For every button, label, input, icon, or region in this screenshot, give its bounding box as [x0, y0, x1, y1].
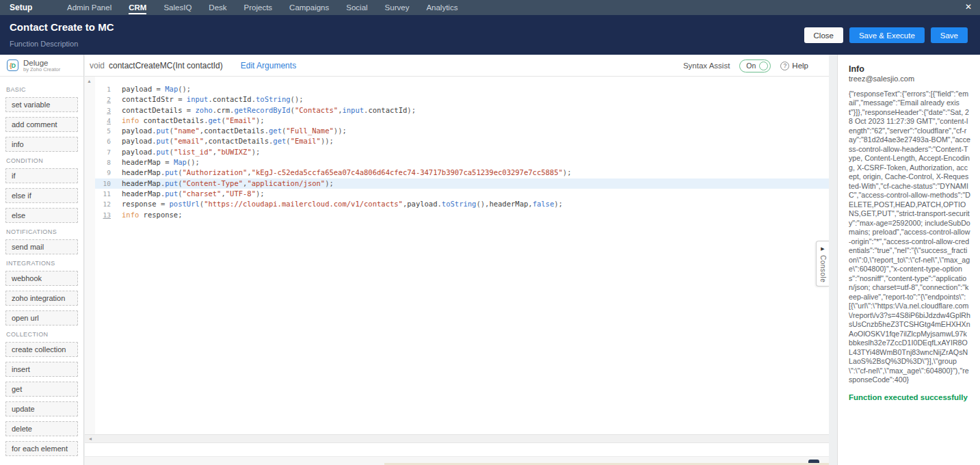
sidebar-item-set-variable[interactable]: set variable — [5, 97, 78, 112]
sidebar-item-create-collection[interactable]: create collection — [5, 342, 78, 357]
code-text-7[interactable]: payload.put("list_id","bUWIXZ"); — [118, 147, 260, 157]
section-label-integrations: INTEGRATIONS — [6, 260, 78, 267]
code-line-3: 3contactDetails = zoho.crm.getRecordById… — [95, 105, 829, 116]
sidebar-item-add-comment[interactable]: add comment — [5, 117, 78, 132]
deluge-subtitle: by Zoho Creator — [23, 67, 60, 72]
code-text-13[interactable]: info response; — [118, 210, 183, 220]
code-text-2[interactable]: contactIdStr = input.contactId.toString(… — [118, 94, 304, 105]
line-number-1[interactable]: 1 — [95, 84, 118, 94]
nav-item-crm[interactable]: CRM — [129, 1, 146, 14]
code-area[interactable]: 1payload = Map();2contactIdStr = input.c… — [95, 77, 829, 434]
info-email: treez@salesjio.com — [849, 75, 970, 83]
token: put — [157, 137, 170, 145]
nav-item-desk[interactable]: Desk — [209, 1, 226, 14]
sidebar-item-webhook[interactable]: webhook — [5, 271, 78, 286]
nav-item-salesiq[interactable]: SalesIQ — [163, 1, 191, 14]
token: put — [165, 168, 178, 176]
scroll-left-icon[interactable]: ◂ — [89, 436, 92, 442]
deluge-logo-text: Deluge by Zoho Creator — [23, 59, 60, 72]
code-text-9[interactable]: headerMap.put("Authorization","kEgJ-c52e… — [118, 168, 572, 178]
token: headerMap — [122, 158, 161, 166]
code-text-5[interactable]: payload.put("name",contactDetails.get("F… — [118, 126, 347, 136]
code-text-4[interactable]: info contactDetails.get("Email"); — [118, 116, 265, 126]
token: ); — [256, 189, 265, 198]
token: getRecordById — [234, 106, 290, 114]
sidebar-item-else-if[interactable]: else if — [5, 188, 78, 203]
edit-arguments-link[interactable]: Edit Arguments — [241, 61, 296, 70]
sidebar-item-for-each-element[interactable]: for each element — [5, 441, 78, 456]
token: (), — [476, 200, 489, 208]
editor-left-scrollbar[interactable]: ▲ — [85, 77, 95, 434]
save-execute-button[interactable]: Save & Execute — [849, 27, 925, 43]
token: contactId — [368, 106, 407, 114]
line-number-10[interactable]: 10 — [95, 178, 118, 189]
close-icon[interactable]: ✕ — [965, 2, 972, 12]
line-number-12[interactable]: 12 — [95, 199, 118, 209]
line-number-2[interactable]: 2 — [95, 94, 118, 105]
sidebar-item-update[interactable]: update — [5, 401, 78, 416]
function-description-link[interactable]: Function Description — [10, 40, 78, 48]
help-button[interactable]: ? Help — [780, 62, 808, 70]
sidebar-item-send-mail[interactable]: send mail — [5, 239, 78, 254]
line-number-13[interactable]: 13 — [95, 210, 118, 220]
code-text-8[interactable]: headerMap = Map(); — [118, 157, 200, 168]
section-label-notifications: NOTIFICATIONS — [6, 228, 78, 235]
nav-item-campaigns[interactable]: Campaigns — [289, 1, 329, 14]
nav-item-survey[interactable]: Survey — [385, 1, 410, 14]
help-label: Help — [792, 62, 808, 70]
save-button[interactable]: Save — [931, 27, 968, 43]
code-text-11[interactable]: headerMap.put("charset","UTF-8"); — [118, 189, 265, 199]
nav-item-projects[interactable]: Projects — [244, 1, 273, 14]
token: "email" — [174, 137, 204, 145]
sidebar-item-zoho-integration[interactable]: zoho integration — [5, 291, 78, 306]
token: headerMap — [122, 179, 161, 187]
line-number-5[interactable]: 5 — [95, 126, 118, 136]
token: )); — [334, 127, 347, 135]
scroll-up-icon[interactable]: ▲ — [87, 79, 92, 83]
nav-item-social[interactable]: Social — [346, 1, 367, 14]
console-tab[interactable]: ▶ Console — [816, 241, 829, 287]
token: put — [157, 127, 170, 135]
line-number-11[interactable]: 11 — [95, 189, 118, 199]
syntax-assist-label: Syntax Assist — [683, 62, 730, 70]
token: contactDetails — [122, 106, 183, 114]
sidebar-item-delete[interactable]: delete — [5, 421, 78, 436]
code-line-12: 12response = postUrl("https://cloudapi.m… — [95, 199, 829, 209]
close-button[interactable]: Close — [804, 27, 843, 43]
code-text-3[interactable]: contactDetails = zoho.crm.getRecordById(… — [118, 105, 416, 116]
sidebar-item-get[interactable]: get — [5, 382, 78, 397]
top-nav-items: Admin PanelCRMSalesIQDeskProjectsCampaig… — [67, 1, 458, 14]
line-number-9[interactable]: 9 — [95, 168, 118, 178]
sidebar-item-open-url[interactable]: open url — [5, 310, 78, 326]
deluge-logo: {D Deluge by Zoho Creator — [0, 55, 83, 77]
token: input — [342, 106, 364, 114]
token: = — [157, 200, 170, 208]
token: "Authorization" — [183, 168, 248, 176]
line-number-8[interactable]: 8 — [95, 157, 118, 168]
token: "https://cloudapi.mailercloud.com/v1/con… — [204, 200, 403, 208]
nav-item-analytics[interactable]: Analytics — [426, 1, 458, 14]
top-nav: Setup Admin PanelCRMSalesIQDeskProjectsC… — [0, 0, 980, 15]
line-number-7[interactable]: 7 — [95, 147, 118, 157]
sidebar-item-info[interactable]: info — [5, 137, 78, 152]
code-text-6[interactable]: payload.put("email",contactDetails.get("… — [118, 136, 334, 146]
sidebar-item-if[interactable]: if — [5, 168, 78, 183]
line-number-4[interactable]: 4 — [95, 116, 118, 126]
help-icon: ? — [780, 62, 789, 70]
line-number-3[interactable]: 3 — [95, 105, 118, 116]
code-text-10[interactable]: headerMap.put("Content-Type","applicatio… — [118, 178, 334, 189]
sidebar-item-insert[interactable]: insert — [5, 362, 78, 377]
code-line-1: 1payload = Map(); — [95, 84, 829, 94]
horizontal-scrollbar[interactable]: ◂ — [85, 434, 829, 443]
line-number-6[interactable]: 6 — [95, 136, 118, 146]
code-text-12[interactable]: response = postUrl("https://cloudapi.mai… — [118, 199, 563, 209]
token: get — [208, 116, 221, 124]
token: toString — [442, 200, 477, 208]
token: ); — [256, 116, 265, 124]
editor-topbar: void contactCreateMC(Int contactId) Edit… — [85, 55, 829, 77]
code-text-1[interactable]: payload = Map(); — [118, 84, 191, 94]
syntax-assist-toggle[interactable]: On — [739, 59, 771, 72]
sidebar-item-else[interactable]: else — [5, 208, 78, 223]
nav-item-admin-panel[interactable]: Admin Panel — [67, 1, 111, 14]
setup-brand[interactable]: Setup — [10, 3, 59, 12]
